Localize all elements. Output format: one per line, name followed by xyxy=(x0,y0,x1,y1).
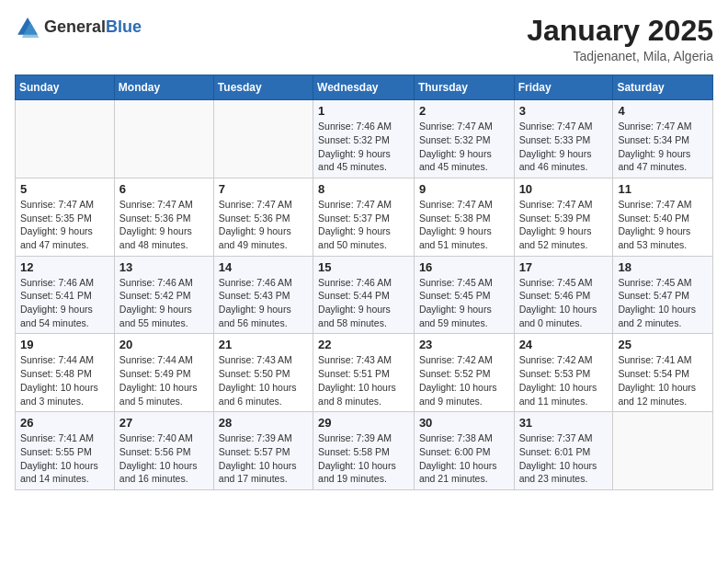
day-number: 2 xyxy=(419,104,509,118)
calendar-cell: 24Sunrise: 7:42 AM Sunset: 5:53 PM Dayli… xyxy=(514,334,613,412)
day-number: 26 xyxy=(20,416,109,430)
day-info: Sunrise: 7:37 AM Sunset: 6:01 PM Dayligh… xyxy=(519,431,609,486)
calendar-cell xyxy=(16,100,115,178)
calendar-cell: 6Sunrise: 7:47 AM Sunset: 5:36 PM Daylig… xyxy=(114,178,213,256)
calendar-cell: 27Sunrise: 7:40 AM Sunset: 5:56 PM Dayli… xyxy=(114,412,213,490)
calendar-cell: 11Sunrise: 7:47 AM Sunset: 5:40 PM Dayli… xyxy=(613,178,713,256)
weekday-header-saturday: Saturday xyxy=(613,75,713,100)
logo: GeneralBlue xyxy=(15,15,142,40)
weekday-header-thursday: Thursday xyxy=(414,75,514,100)
day-number: 13 xyxy=(119,260,209,274)
day-info: Sunrise: 7:45 AM Sunset: 5:46 PM Dayligh… xyxy=(519,276,609,330)
calendar-cell: 23Sunrise: 7:42 AM Sunset: 5:52 PM Dayli… xyxy=(414,334,514,412)
day-number: 16 xyxy=(419,260,509,274)
calendar-cell: 30Sunrise: 7:38 AM Sunset: 6:00 PM Dayli… xyxy=(414,412,514,490)
day-number: 23 xyxy=(419,338,509,351)
day-info: Sunrise: 7:43 AM Sunset: 5:50 PM Dayligh… xyxy=(219,353,308,408)
calendar-cell xyxy=(114,100,213,178)
day-info: Sunrise: 7:44 AM Sunset: 5:48 PM Dayligh… xyxy=(20,353,109,408)
calendar-cell: 8Sunrise: 7:47 AM Sunset: 5:37 PM Daylig… xyxy=(313,178,415,256)
day-info: Sunrise: 7:47 AM Sunset: 5:35 PM Dayligh… xyxy=(20,198,109,252)
day-info: Sunrise: 7:47 AM Sunset: 5:33 PM Dayligh… xyxy=(519,120,609,174)
day-info: Sunrise: 7:46 AM Sunset: 5:44 PM Dayligh… xyxy=(318,276,409,330)
day-info: Sunrise: 7:43 AM Sunset: 5:51 PM Dayligh… xyxy=(318,353,409,408)
calendar-cell: 15Sunrise: 7:46 AM Sunset: 5:44 PM Dayli… xyxy=(313,256,415,334)
week-row-5: 26Sunrise: 7:41 AM Sunset: 5:55 PM Dayli… xyxy=(16,412,713,490)
calendar-cell: 10Sunrise: 7:47 AM Sunset: 5:39 PM Dayli… xyxy=(514,178,613,256)
week-row-2: 5Sunrise: 7:47 AM Sunset: 5:35 PM Daylig… xyxy=(16,178,713,256)
day-info: Sunrise: 7:47 AM Sunset: 5:39 PM Dayligh… xyxy=(519,198,609,252)
day-number: 19 xyxy=(20,338,109,351)
day-number: 6 xyxy=(119,182,209,196)
day-number: 21 xyxy=(219,338,308,351)
calendar-cell: 21Sunrise: 7:43 AM Sunset: 5:50 PM Dayli… xyxy=(213,334,313,412)
day-info: Sunrise: 7:46 AM Sunset: 5:42 PM Dayligh… xyxy=(119,276,209,330)
day-number: 22 xyxy=(318,338,409,351)
calendar-cell: 5Sunrise: 7:47 AM Sunset: 5:35 PM Daylig… xyxy=(16,178,115,256)
day-info: Sunrise: 7:47 AM Sunset: 5:38 PM Dayligh… xyxy=(419,198,509,252)
day-number: 20 xyxy=(119,338,209,351)
week-row-1: 1Sunrise: 7:46 AM Sunset: 5:32 PM Daylig… xyxy=(16,100,713,178)
title-block: January 2025 Tadjenanet, Mila, Algeria xyxy=(527,15,713,63)
calendar-cell: 14Sunrise: 7:46 AM Sunset: 5:43 PM Dayli… xyxy=(213,256,313,334)
day-number: 7 xyxy=(219,182,308,196)
calendar-cell: 28Sunrise: 7:39 AM Sunset: 5:57 PM Dayli… xyxy=(213,412,313,490)
day-info: Sunrise: 7:39 AM Sunset: 5:58 PM Dayligh… xyxy=(318,431,409,486)
calendar-cell: 1Sunrise: 7:46 AM Sunset: 5:32 PM Daylig… xyxy=(313,100,415,178)
day-info: Sunrise: 7:41 AM Sunset: 5:55 PM Dayligh… xyxy=(20,431,109,486)
calendar-cell: 9Sunrise: 7:47 AM Sunset: 5:38 PM Daylig… xyxy=(414,178,514,256)
calendar-cell: 16Sunrise: 7:45 AM Sunset: 5:45 PM Dayli… xyxy=(414,256,514,334)
calendar-cell: 22Sunrise: 7:43 AM Sunset: 5:51 PM Dayli… xyxy=(313,334,415,412)
day-info: Sunrise: 7:47 AM Sunset: 5:36 PM Dayligh… xyxy=(219,198,308,252)
calendar-table: SundayMondayTuesdayWednesdayThursdayFrid… xyxy=(15,75,713,490)
day-info: Sunrise: 7:47 AM Sunset: 5:34 PM Dayligh… xyxy=(618,120,708,174)
logo-icon xyxy=(15,15,40,40)
day-number: 17 xyxy=(519,260,609,274)
calendar-cell: 25Sunrise: 7:41 AM Sunset: 5:54 PM Dayli… xyxy=(613,334,713,412)
day-info: Sunrise: 7:47 AM Sunset: 5:32 PM Dayligh… xyxy=(419,120,509,174)
day-number: 31 xyxy=(519,416,609,430)
day-info: Sunrise: 7:41 AM Sunset: 5:54 PM Dayligh… xyxy=(618,353,708,408)
day-info: Sunrise: 7:38 AM Sunset: 6:00 PM Dayligh… xyxy=(419,431,509,486)
day-info: Sunrise: 7:47 AM Sunset: 5:37 PM Dayligh… xyxy=(318,198,409,252)
calendar-cell: 3Sunrise: 7:47 AM Sunset: 5:33 PM Daylig… xyxy=(514,100,613,178)
day-number: 27 xyxy=(119,416,209,430)
calendar-cell: 20Sunrise: 7:44 AM Sunset: 5:49 PM Dayli… xyxy=(114,334,213,412)
calendar-cell: 19Sunrise: 7:44 AM Sunset: 5:48 PM Dayli… xyxy=(16,334,115,412)
day-number: 5 xyxy=(20,182,109,196)
day-number: 8 xyxy=(318,182,409,196)
day-number: 9 xyxy=(419,182,509,196)
calendar-cell: 26Sunrise: 7:41 AM Sunset: 5:55 PM Dayli… xyxy=(16,412,115,490)
weekday-header-monday: Monday xyxy=(114,75,213,100)
day-number: 14 xyxy=(219,260,308,274)
calendar-cell: 18Sunrise: 7:45 AM Sunset: 5:47 PM Dayli… xyxy=(613,256,713,334)
weekday-header-row: SundayMondayTuesdayWednesdayThursdayFrid… xyxy=(16,75,713,100)
day-number: 10 xyxy=(519,182,609,196)
day-info: Sunrise: 7:40 AM Sunset: 5:56 PM Dayligh… xyxy=(119,431,209,486)
calendar-cell: 13Sunrise: 7:46 AM Sunset: 5:42 PM Dayli… xyxy=(114,256,213,334)
day-info: Sunrise: 7:46 AM Sunset: 5:32 PM Dayligh… xyxy=(318,120,409,174)
day-number: 4 xyxy=(618,104,708,118)
day-number: 28 xyxy=(219,416,308,430)
day-number: 29 xyxy=(318,416,409,430)
logo-text: GeneralBlue xyxy=(44,18,142,37)
logo-blue: Blue xyxy=(106,17,142,36)
day-info: Sunrise: 7:47 AM Sunset: 5:40 PM Dayligh… xyxy=(618,198,708,252)
calendar-cell: 2Sunrise: 7:47 AM Sunset: 5:32 PM Daylig… xyxy=(414,100,514,178)
day-number: 24 xyxy=(519,338,609,351)
day-info: Sunrise: 7:46 AM Sunset: 5:43 PM Dayligh… xyxy=(219,276,308,330)
calendar-cell xyxy=(613,412,713,490)
day-info: Sunrise: 7:47 AM Sunset: 5:36 PM Dayligh… xyxy=(119,198,209,252)
day-number: 3 xyxy=(519,104,609,118)
day-number: 12 xyxy=(20,260,109,274)
day-info: Sunrise: 7:45 AM Sunset: 5:45 PM Dayligh… xyxy=(419,276,509,330)
calendar-cell xyxy=(213,100,313,178)
header: GeneralBlue January 2025 Tadjenanet, Mil… xyxy=(15,15,713,63)
day-info: Sunrise: 7:46 AM Sunset: 5:41 PM Dayligh… xyxy=(20,276,109,330)
calendar-title: January 2025 xyxy=(527,15,713,47)
day-number: 30 xyxy=(419,416,509,430)
calendar-cell: 29Sunrise: 7:39 AM Sunset: 5:58 PM Dayli… xyxy=(313,412,415,490)
day-number: 18 xyxy=(618,260,708,274)
weekday-header-wednesday: Wednesday xyxy=(313,75,415,100)
week-row-4: 19Sunrise: 7:44 AM Sunset: 5:48 PM Dayli… xyxy=(16,334,713,412)
